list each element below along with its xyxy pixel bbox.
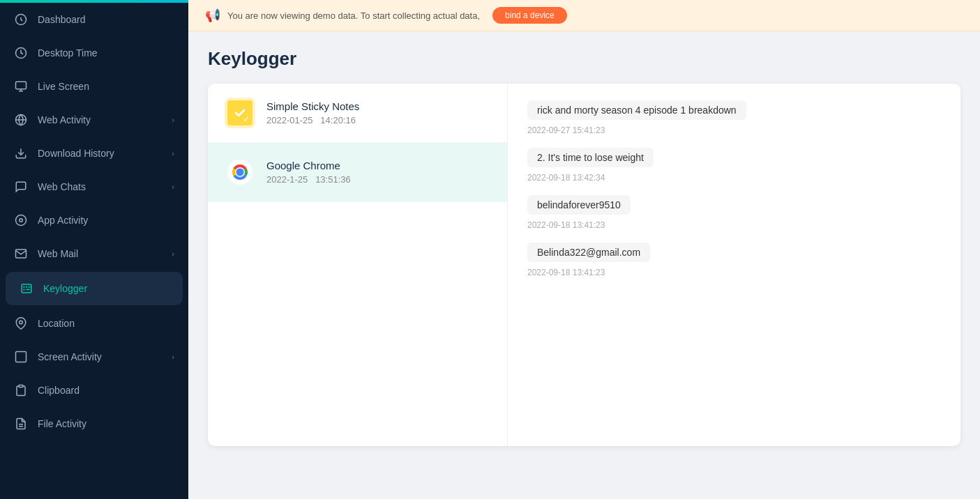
svg-rect-18 [19, 385, 23, 387]
svg-point-24 [236, 169, 244, 176]
mail-icon [14, 247, 28, 261]
sidebar-label-keylogger: Keylogger [43, 283, 87, 294]
sticky-app-name: Simple Sticky Notes [266, 100, 490, 112]
sidebar-item-file-activity[interactable]: File Activity [0, 407, 188, 440]
keylog-entry-2: 2. It's time to lose weight 2022-09-18 1… [527, 148, 941, 183]
sidebar-label-app-activity: App Activity [38, 215, 88, 226]
sticky-icon-inner [227, 100, 252, 125]
sidebar-label-web-chats: Web Chats [38, 181, 86, 192]
sticky-app-datetime: 2022-01-25 14:20:16 [266, 115, 490, 125]
sidebar-item-clipboard[interactable]: Clipboard [0, 374, 188, 407]
keylog-entry-1: rick and morty season 4 episode 1 breakd… [527, 100, 941, 135]
keylog-timestamp-4: 2022-09-18 13:41:23 [527, 268, 941, 277]
keylog-entries-panel: rick and morty season 4 episode 1 breakd… [508, 84, 960, 446]
chrome-app-name: Google Chrome [266, 160, 490, 171]
sidebar-item-location[interactable]: Location [0, 307, 188, 340]
screen-icon [14, 350, 28, 364]
chat-icon [14, 180, 28, 194]
keylog-chip-3: belindaforever9510 [527, 195, 631, 215]
chrome-app-datetime: 2022-1-25 13:51:36 [266, 174, 490, 185]
sidebar-label-file-activity: File Activity [38, 418, 86, 429]
chevron-right-icon: › [172, 353, 174, 361]
keylogger-icon [20, 282, 33, 295]
keylog-chip-4: Belinda322@gmail.com [527, 243, 650, 262]
sidebar-label-web-mail: Web Mail [38, 248, 78, 259]
globe-icon [14, 113, 28, 127]
keylog-chip-2: 2. It's time to lose weight [527, 148, 654, 167]
banner-text: You are now viewing demo data. To start … [227, 10, 480, 21]
svg-rect-2 [16, 82, 27, 89]
keylog-timestamp-3: 2022-09-18 13:41:23 [527, 220, 941, 230]
location-icon [14, 316, 28, 330]
sidebar-label-clipboard: Clipboard [38, 385, 80, 396]
sidebar-label-location: Location [38, 318, 75, 329]
svg-rect-17 [16, 352, 27, 362]
dashboard-icon [14, 13, 28, 26]
app-row-chrome[interactable]: Google Chrome 2022-1-25 13:51:36 [208, 143, 507, 202]
sidebar-item-web-activity[interactable]: Web Activity › [0, 103, 188, 137]
chevron-right-icon: › [172, 250, 174, 258]
svg-rect-21 [232, 105, 248, 121]
keylog-entry-4: Belinda322@gmail.com 2022-09-18 13:41:23 [527, 243, 941, 277]
sidebar-item-desktop-time[interactable]: Desktop Time [0, 36, 188, 70]
svg-point-8 [16, 215, 27, 226]
sidebar-label-dashboard: Dashboard [38, 14, 86, 25]
sidebar-item-screen-activity[interactable]: Screen Activity › [0, 340, 188, 374]
chevron-right-icon: › [172, 116, 174, 124]
sidebar-item-app-activity[interactable]: App Activity [0, 204, 188, 237]
page-title: Keylogger [208, 48, 960, 70]
chevron-right-icon: › [172, 183, 174, 191]
grid-icon [14, 213, 28, 227]
keylog-entry-3: belindaforever9510 2022-09-18 13:41:23 [527, 195, 941, 230]
sidebar-label-desktop-time: Desktop Time [38, 47, 98, 59]
sidebar-label-download-history: Download History [38, 148, 114, 159]
download-icon [14, 146, 28, 160]
sidebar-label-screen-activity: Screen Activity [38, 351, 102, 362]
sidebar-item-web-mail[interactable]: Web Mail › [0, 237, 188, 270]
sidebar-item-web-chats[interactable]: Web Chats › [0, 170, 188, 204]
sticky-notes-icon [225, 98, 255, 128]
chevron-right-icon: › [172, 149, 174, 158]
keylog-chip-1: rick and morty season 4 episode 1 breakd… [527, 100, 746, 120]
file-icon [14, 417, 28, 431]
app-row-sticky[interactable]: Simple Sticky Notes 2022-01-25 14:20:16 [208, 84, 507, 143]
sidebar-item-dashboard[interactable]: Dashboard [0, 3, 188, 36]
sidebar-label-web-activity: Web Activity [38, 114, 91, 125]
page-content: Keylogger Simple Sticky Notes 2022-01-25 [188, 31, 980, 499]
monitor-icon [14, 79, 28, 93]
chrome-icon [225, 157, 255, 187]
clipboard-icon [14, 383, 28, 397]
sticky-app-info: Simple Sticky Notes 2022-01-25 14:20:16 [266, 100, 490, 125]
clock-icon [14, 46, 28, 60]
svg-point-9 [20, 219, 23, 222]
keylog-timestamp-1: 2022-09-27 15:41:23 [527, 125, 941, 135]
svg-rect-10 [22, 284, 31, 293]
sidebar-item-keylogger[interactable]: Keylogger [6, 272, 183, 305]
keylog-timestamp-2: 2022-09-18 13:42:34 [527, 173, 941, 183]
sidebar-item-live-screen[interactable]: Live Screen [0, 70, 188, 103]
demo-banner: 📢 You are now viewing demo data. To star… [188, 0, 980, 31]
chrome-app-info: Google Chrome 2022-1-25 13:51:36 [266, 160, 490, 185]
announcement-icon: 📢 [205, 8, 220, 23]
keylogger-container: Simple Sticky Notes 2022-01-25 14:20:16 [208, 84, 960, 446]
bind-device-button[interactable]: bind a device [492, 7, 567, 24]
sidebar: Dashboard Desktop Time Live Screen Web A… [0, 0, 188, 499]
main-content: 📢 You are now viewing demo data. To star… [188, 0, 980, 499]
sidebar-label-live-screen: Live Screen [38, 81, 89, 92]
app-list: Simple Sticky Notes 2022-01-25 14:20:16 [208, 84, 508, 446]
sidebar-item-download-history[interactable]: Download History › [0, 137, 188, 170]
svg-point-16 [20, 321, 23, 324]
